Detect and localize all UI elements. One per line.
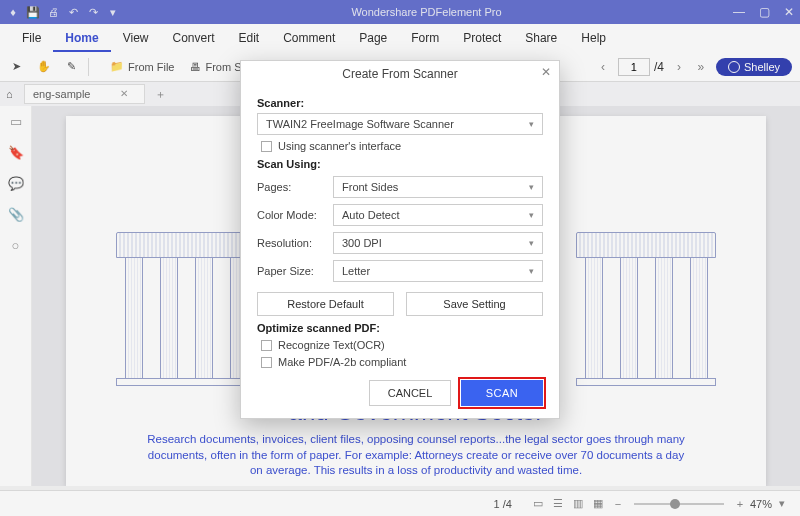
color-value: Auto Detect: [342, 209, 399, 221]
save-setting-button[interactable]: Save Setting: [406, 292, 543, 316]
ocr-label: Recognize Text(OCR): [278, 339, 385, 351]
paper-dropdown[interactable]: Letter▾: [333, 260, 543, 282]
paper-label: Paper Size:: [257, 265, 333, 277]
dialog-title: Create From Scanner ✕: [241, 61, 559, 87]
use-interface-checkbox[interactable]: [261, 141, 272, 152]
color-label: Color Mode:: [257, 209, 333, 221]
scan-using-label: Scan Using:: [257, 158, 543, 170]
scanner-dropdown[interactable]: TWAIN2 FreeImage Software Scanner ▾: [257, 113, 543, 135]
resolution-value: 300 DPI: [342, 237, 382, 249]
cancel-button[interactable]: CANCEL: [369, 380, 451, 406]
resolution-dropdown[interactable]: 300 DPI▾: [333, 232, 543, 254]
chevron-down-icon: ▾: [529, 182, 534, 192]
chevron-down-icon: ▾: [529, 238, 534, 248]
restore-default-button[interactable]: Restore Default: [257, 292, 394, 316]
ocr-checkbox[interactable]: [261, 340, 272, 351]
chevron-down-icon: ▾: [529, 119, 534, 129]
pdfa-checkbox[interactable]: [261, 357, 272, 368]
pdfa-label: Make PDF/A-2b compliant: [278, 356, 406, 368]
pages-value: Front Sides: [342, 181, 398, 193]
use-interface-label: Using scanner's interface: [278, 140, 401, 152]
chevron-down-icon: ▾: [529, 266, 534, 276]
dialog-title-text: Create From Scanner: [342, 67, 457, 81]
scan-button[interactable]: SCAN: [461, 380, 543, 406]
resolution-label: Resolution:: [257, 237, 333, 249]
pages-label: Pages:: [257, 181, 333, 193]
optimize-label: Optimize scanned PDF:: [257, 322, 543, 334]
paper-value: Letter: [342, 265, 370, 277]
scanner-label: Scanner:: [257, 97, 543, 109]
pages-dropdown[interactable]: Front Sides▾: [333, 176, 543, 198]
create-from-scanner-dialog: Create From Scanner ✕ Scanner: TWAIN2 Fr…: [240, 60, 560, 419]
scanner-value: TWAIN2 FreeImage Software Scanner: [266, 118, 454, 130]
chevron-down-icon: ▾: [529, 210, 534, 220]
dialog-close-icon[interactable]: ✕: [541, 65, 551, 79]
color-dropdown[interactable]: Auto Detect▾: [333, 204, 543, 226]
